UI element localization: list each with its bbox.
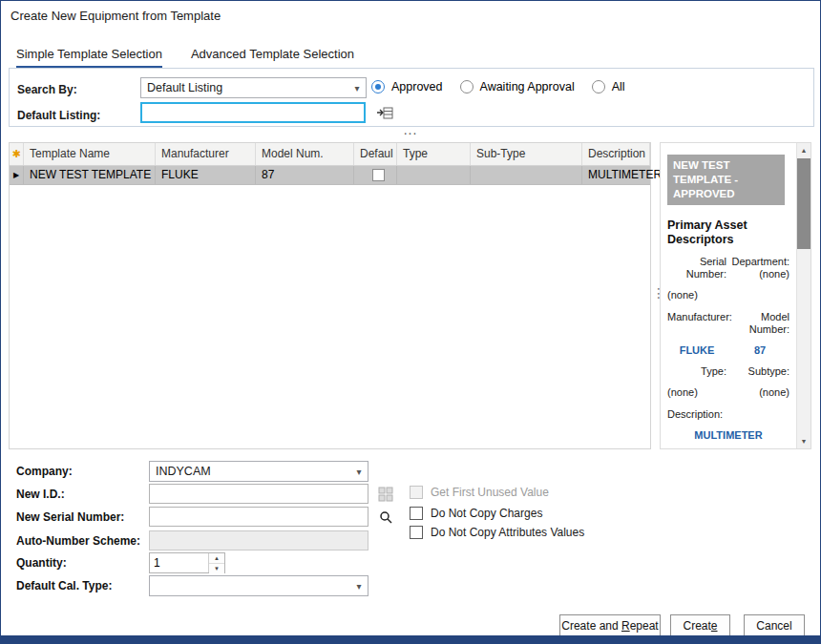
cancel-button[interactable]: Cancel — [744, 614, 805, 636]
horizontal-splitter-handle[interactable]: ... — [1, 125, 820, 138]
tab-bar: Simple Template Selection Advanced Templ… — [16, 47, 354, 68]
radio-awaiting-approval-label: Awaiting Approval — [480, 80, 575, 93]
description-label: Description: — [667, 408, 789, 421]
description-value: MULTIMETER — [667, 429, 789, 442]
new-id-picker-button[interactable] — [376, 485, 395, 504]
radio-approved[interactable]: Approved — [371, 80, 443, 93]
grid-picker-icon — [378, 487, 393, 502]
button-text: epeat — [630, 619, 659, 633]
quantity-input[interactable] — [150, 553, 208, 572]
default-cal-type-dropdown[interactable]: ▾ — [149, 575, 368, 596]
column-header-model-num[interactable]: Model Num. — [256, 143, 354, 165]
radio-awaiting-approval[interactable]: Awaiting Approval — [460, 80, 575, 93]
quantity-label: Quantity: — [16, 556, 67, 570]
button-text: Create and — [561, 619, 621, 633]
checkbox-icon — [410, 526, 423, 539]
new-row-indicator-icon: ✱ — [11, 148, 20, 159]
subtype-label: Subtype: — [730, 365, 789, 378]
radio-all-label: All — [612, 80, 625, 93]
scroll-up-button[interactable]: ▲ — [797, 143, 810, 157]
scrollbar-thumb[interactable] — [797, 158, 810, 249]
radio-unselected-icon — [592, 80, 605, 93]
preview-section-title: Primary Asset Descriptors — [667, 218, 768, 248]
department-field: Department: (none) — [730, 256, 789, 280]
tab-simple-template-selection[interactable]: Simple Template Selection — [16, 47, 162, 68]
default-listing-picker-button[interactable] — [373, 103, 396, 123]
cell-description: MULTIMETER — [582, 166, 663, 184]
column-header-sub-type[interactable]: Sub-Type — [471, 143, 582, 165]
cell-manufacturer: FLUKE — [156, 166, 256, 184]
new-id-label: New I.D.: — [16, 488, 65, 501]
company-value: INDYCAM — [156, 465, 211, 478]
model-number-value: 87 — [730, 344, 789, 357]
cell-default — [354, 166, 397, 184]
window-bottom-edge — [1, 635, 820, 643]
button-text: Creat — [683, 619, 710, 633]
checkbox-icon — [410, 486, 423, 499]
template-grid: ✱ Template Name Manufacturer Model Num. … — [9, 142, 651, 449]
checkbox-label: Get First Unused Value — [431, 486, 549, 499]
serial-number-label: Serial Number: — [667, 256, 726, 280]
chevron-down-icon: ▾ — [348, 83, 366, 93]
spin-buttons: ▲ ▼ — [208, 553, 224, 572]
cell-template-name: NEW TEST TEMPLATE — [24, 166, 156, 184]
search-by-label: Search By: — [17, 83, 77, 96]
new-id-input[interactable] — [149, 484, 368, 504]
button-text: Cancel — [756, 619, 791, 633]
search-panel: Search By: Default Listing ▾ Approved Aw… — [9, 68, 814, 127]
button-accel: e — [711, 619, 718, 633]
create-button[interactable]: Create — [670, 614, 730, 636]
checkbox-label: Do Not Copy Attributes Values — [431, 526, 584, 539]
list-picker-icon — [376, 106, 393, 120]
company-dropdown[interactable]: INDYCAM ▾ — [149, 461, 368, 482]
checkbox-get-first-unused-value: Get First Unused Value — [410, 486, 549, 499]
button-accel: R — [621, 619, 630, 633]
preview-title: NEW TEST TEMPLATE - APPROVED — [667, 155, 785, 205]
preview-scrollbar[interactable]: ▲ ▼ — [796, 143, 810, 448]
serial-search-button[interactable] — [376, 508, 395, 527]
type-label: Type: — [667, 365, 726, 378]
column-header-description[interactable]: Description — [582, 143, 650, 165]
serial-number-value: (none) — [667, 289, 726, 301]
column-header-default[interactable]: Defaul — [354, 143, 397, 165]
radio-selected-icon — [371, 80, 385, 93]
checkbox-do-not-copy-attributes-values[interactable]: Do Not Copy Attributes Values — [410, 526, 584, 539]
manufacturer-value: FLUKE — [667, 344, 726, 357]
template-preview-panel: NEW TEST TEMPLATE - APPROVED Primary Ass… — [660, 142, 811, 449]
quantity-stepper[interactable]: ▲ ▼ — [149, 552, 225, 573]
create-and-repeat-button[interactable]: Create and Repeat — [559, 614, 661, 636]
column-header-manufacturer[interactable]: Manufacturer — [156, 143, 256, 165]
checkbox-do-not-copy-charges[interactable]: Do Not Copy Charges — [410, 507, 542, 520]
spin-up-icon[interactable]: ▲ — [209, 553, 224, 564]
table-row[interactable]: ▶ NEW TEST TEMPLATE FLUKE 87 MULTIMETER — [10, 166, 650, 185]
magnifier-icon — [379, 510, 393, 525]
row-marker-icon: ▶ — [10, 166, 24, 184]
manufacturer-label: Manufacturer: — [667, 311, 726, 336]
preview-content: NEW TEST TEMPLATE - APPROVED Primary Ass… — [667, 155, 793, 442]
new-serial-number-input[interactable] — [149, 507, 368, 527]
dialog-title: Create New Equipment from Template — [11, 9, 221, 23]
chevron-down-icon: ▾ — [350, 467, 368, 477]
chevron-down-icon: ▾ — [350, 581, 368, 592]
cell-model-num: 87 — [256, 166, 354, 184]
search-by-value: Default Listing — [147, 81, 222, 94]
spin-down-icon[interactable]: ▼ — [209, 564, 224, 573]
column-header-type[interactable]: Type — [397, 143, 471, 165]
default-listing-input[interactable] — [140, 102, 366, 123]
subtype-value: (none) — [730, 386, 789, 399]
column-header-template-name[interactable]: Template Name — [24, 143, 156, 165]
default-cal-type-label: Default Cal. Type: — [16, 579, 112, 592]
checkbox-icon — [410, 507, 423, 520]
type-value: (none) — [667, 386, 726, 399]
default-checkbox[interactable] — [372, 169, 385, 181]
department-value: (none) — [759, 268, 789, 280]
radio-all[interactable]: All — [592, 80, 625, 93]
default-listing-label: Default Listing: — [17, 109, 100, 122]
grid-header-row: ✱ Template Name Manufacturer Model Num. … — [10, 143, 650, 166]
tab-advanced-template-selection[interactable]: Advanced Template Selection — [191, 47, 354, 68]
company-label: Company: — [16, 465, 73, 478]
scroll-down-button[interactable]: ▼ — [797, 434, 810, 448]
auto-number-scheme-label: Auto-Number Scheme: — [16, 534, 140, 548]
model-number-label: Model Number: — [730, 311, 789, 336]
search-by-dropdown[interactable]: Default Listing ▾ — [140, 77, 367, 98]
